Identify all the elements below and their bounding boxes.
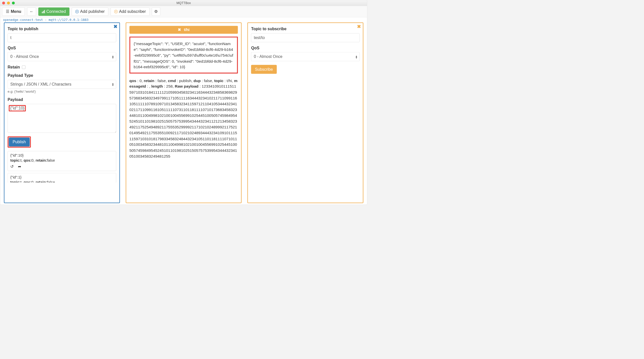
window-minimize-dot[interactable] bbox=[7, 2, 10, 4]
payload-type-hint: e.g: {'hello':'world'} bbox=[8, 90, 116, 94]
qos-label: QoS bbox=[8, 46, 116, 50]
chip-topic-label: t/hi bbox=[184, 27, 189, 32]
signal-bars-icon bbox=[42, 10, 45, 13]
history-meta: topic:t, qos:0, retain:false bbox=[10, 158, 113, 163]
message-topic-chip[interactable]: ✖ t/hi bbox=[129, 26, 238, 34]
raw-topic: t/hi bbox=[227, 79, 232, 83]
retain-label: Retain bbox=[8, 65, 20, 69]
add-subscriber-label: Add subscriber bbox=[119, 9, 146, 14]
message-panel: ✖ t/hi {"messageTopic": "t", "USER_ID": … bbox=[126, 22, 242, 203]
chevron-updown-icon: ▴▾ bbox=[112, 83, 114, 86]
payload-type-label: Payload Type bbox=[8, 73, 116, 78]
history-item: {"id":10} topic:t, qos:0, retain:false ↺… bbox=[8, 151, 116, 171]
topic-publish-input[interactable] bbox=[8, 33, 116, 42]
gear-icon bbox=[154, 9, 158, 14]
payload-type-select[interactable]: Strings / JSON / XML / Characters bbox=[8, 80, 116, 89]
raw-qos: 0 bbox=[139, 79, 142, 83]
history-item: {"id":1} topic:t, qos:0, retain:false bbox=[8, 173, 116, 183]
remove-topic-icon[interactable]: ✖ bbox=[178, 27, 181, 32]
add-publisher-label: Add publisher bbox=[80, 9, 105, 14]
menu-label: Menu bbox=[11, 9, 21, 14]
message-raw: qos : 0, retain : false, cmd : publish, … bbox=[129, 78, 238, 159]
settings-button[interactable] bbox=[152, 7, 160, 16]
chevron-updown-icon: ▴▾ bbox=[356, 55, 357, 58]
raw-dup: false bbox=[204, 79, 212, 83]
plus-orange-icon: + bbox=[114, 10, 118, 13]
topic-subscribe-label: Topic to subscribe bbox=[251, 27, 360, 31]
menu-button[interactable]: Menu bbox=[2, 7, 25, 16]
qos-label: QoS bbox=[251, 46, 360, 50]
subscriber-panel: ✖ Topic to subscribe QoS 0 - Almost Once… bbox=[247, 22, 363, 203]
close-icon[interactable]: ✖ bbox=[113, 24, 117, 29]
history-body: {"id":10} bbox=[10, 153, 113, 158]
payload-label: Payload bbox=[8, 97, 116, 102]
connected-button[interactable]: Connected bbox=[38, 7, 69, 16]
plus-blue-icon: + bbox=[75, 10, 79, 13]
subscribe-button[interactable]: Subscribe bbox=[251, 65, 277, 74]
topic-subscribe-input[interactable] bbox=[251, 33, 360, 42]
connection-string: openedge-connect-test - mqtt://127.0.0.1… bbox=[0, 17, 367, 22]
back-icon bbox=[30, 9, 34, 14]
qos-select[interactable]: 0 - Almost Once bbox=[8, 52, 116, 61]
topic-publish-label: Topic to publish bbox=[8, 27, 116, 31]
retain-checkbox[interactable] bbox=[22, 65, 25, 69]
message-body: {"messageTopic": "t", "USER_ID": "acuiot… bbox=[129, 37, 238, 73]
menu-icon bbox=[6, 9, 9, 14]
raw-payload: 1233410910111511597103101841111121059934… bbox=[129, 84, 237, 158]
window-zoom-dot[interactable] bbox=[12, 2, 15, 4]
qos-select[interactable]: 0 - Almost Once bbox=[251, 52, 360, 61]
chevron-updown-icon: ▴▾ bbox=[112, 55, 114, 58]
publisher-panel: ✖ Topic to publish QoS 0 - Almost Once ▴… bbox=[4, 22, 120, 203]
connected-label: Connected bbox=[46, 9, 66, 14]
add-subscriber-button[interactable]: + Add subscriber bbox=[111, 7, 149, 16]
raw-length: 258 bbox=[166, 84, 173, 89]
add-publisher-button[interactable]: + Add publisher bbox=[72, 7, 108, 16]
close-icon[interactable]: ✖ bbox=[357, 24, 361, 29]
raw-retain: false bbox=[157, 79, 166, 83]
back-button[interactable] bbox=[27, 7, 36, 16]
repeat-icon[interactable]: ↺ bbox=[10, 164, 14, 169]
window-title: MQTTBox bbox=[176, 1, 191, 5]
history-meta: topic:t, qos:0, retain:false bbox=[10, 180, 113, 183]
window-close-dot[interactable] bbox=[2, 2, 5, 4]
publish-button[interactable]: Publish bbox=[9, 137, 30, 146]
history-body: {"id":1} bbox=[10, 175, 113, 180]
share-icon[interactable]: ➦ bbox=[18, 164, 21, 169]
raw-cmd: publish bbox=[179, 79, 191, 83]
payload-value-highlight: {"id":10} bbox=[10, 106, 24, 111]
